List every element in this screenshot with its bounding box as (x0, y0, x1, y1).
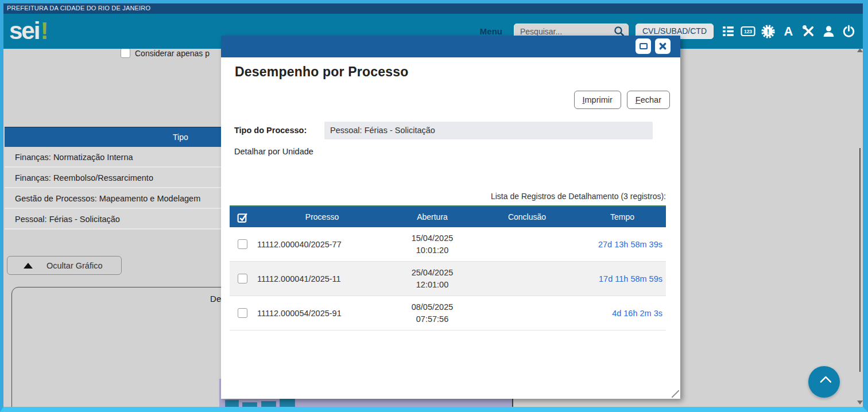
tools-icon[interactable] (801, 24, 816, 39)
row-checkbox[interactable] (238, 274, 247, 283)
list-icon[interactable] (720, 24, 735, 39)
header-icon-bar: 123 ! A (720, 24, 856, 39)
record-row: 11112.000040/2025-77 15/04/202510:01:20 … (230, 227, 666, 262)
app-window: PREFEITURA DA CIDADE DO RIO DE JANEIRO s… (0, 0, 868, 412)
vertical-scrollbar[interactable] (859, 148, 861, 372)
col-header-conclusao[interactable]: Conclusão (475, 212, 579, 221)
desempenho-modal: Desempenho por Processo Imprimir Fechar … (221, 36, 680, 399)
modal-action-buttons: Imprimir Fechar (574, 91, 671, 109)
scroll-to-top-button[interactable] (808, 366, 840, 398)
tempo-cell[interactable]: 27d 13h 58m 39s (579, 240, 666, 249)
sei-logo[interactable]: sei! (9, 17, 47, 45)
scrollbar-up-arrow[interactable] (857, 48, 863, 52)
row-checkbox-cell (230, 274, 255, 283)
bg-type-column-header: Tipo (173, 127, 188, 147)
modal-title: Desempenho por Processo (235, 64, 408, 80)
bg-chart-bar (242, 402, 257, 407)
numbers-123-icon[interactable]: 123 (741, 24, 755, 39)
abertura-cell: 25/04/202512:01:00 (389, 267, 475, 291)
svg-text:!: ! (767, 27, 770, 36)
bg-chart-bar (261, 401, 276, 407)
detalhar-por-unidade-link[interactable]: Detalhar por Unidade (234, 147, 313, 156)
badge-alert-icon[interactable]: ! (761, 24, 776, 39)
tempo-cell[interactable]: 17d 11h 58m 59s (579, 274, 666, 283)
tempo-cell[interactable]: 4d 16h 2m 3s (579, 309, 666, 318)
sei-logo-bang: ! (40, 17, 47, 44)
row-checkbox-cell (230, 308, 255, 318)
abertura-cell: 15/04/202510:01:20 (389, 232, 475, 256)
select-all-icon (237, 211, 249, 223)
row-checkbox-cell (230, 239, 255, 249)
select-all-checkbox[interactable] (230, 211, 255, 223)
toggle-chart-label: Ocultar Gráfico (46, 261, 103, 270)
processo-cell[interactable]: 11112.000040/2025-77 (255, 240, 389, 249)
user-icon[interactable] (821, 24, 836, 39)
col-header-processo[interactable]: Processo (255, 212, 389, 221)
records-list-caption: Lista de Registros de Detalhamento (3 re… (491, 192, 666, 201)
row-checkbox[interactable] (238, 308, 247, 318)
font-size-icon[interactable]: A (781, 24, 796, 39)
record-row: 11112.000054/2025-91 08/05/202507:57:56 … (230, 296, 666, 331)
modal-titlebar[interactable] (221, 36, 680, 57)
bg-filter-row: Considerar apenas p (121, 48, 210, 58)
scrollbar-down-arrow[interactable] (857, 401, 863, 405)
bg-filter-label: Considerar apenas p (135, 49, 210, 58)
abertura-cell: 08/05/202507:57:56 (389, 301, 475, 325)
tipo-processo-value: Pessoal: Férias - Solicitação (324, 122, 653, 139)
modal-window-buttons (636, 38, 671, 54)
tipo-processo-label: Tipo do Processo: (234, 122, 307, 139)
processo-cell[interactable]: 11112.000041/2025-11 (255, 274, 389, 283)
svg-text:123: 123 (744, 29, 752, 34)
gov-banner-text: PREFEITURA DA CIDADE DO RIO DE JANEIRO (7, 5, 150, 11)
fechar-button[interactable]: Fechar (627, 91, 670, 109)
record-row: 11112.000041/2025-11 25/04/202512:01:00 … (230, 262, 666, 296)
restore-button[interactable] (636, 38, 651, 54)
col-header-abertura[interactable]: Abertura (389, 212, 475, 221)
records-table-body: 11112.000040/2025-77 15/04/202510:01:20 … (230, 227, 666, 331)
processo-cell[interactable]: 11112.000054/2025-91 (255, 309, 389, 318)
records-table-header: Processo Abertura Conclusão Tempo (230, 205, 666, 227)
chevron-up-icon (820, 376, 832, 388)
bg-filter-checkbox[interactable] (121, 48, 130, 58)
sei-logo-text: sei (9, 17, 39, 44)
col-header-tempo[interactable]: Tempo (579, 212, 666, 221)
collapse-triangle-icon (24, 263, 33, 269)
toggle-chart-button[interactable]: Ocultar Gráfico (7, 256, 122, 275)
close-button[interactable] (655, 38, 671, 54)
modal-resize-grip[interactable] (672, 390, 679, 398)
close-icon (658, 41, 668, 51)
svg-text:A: A (784, 24, 793, 38)
restore-icon (640, 43, 648, 49)
bg-chart-bar (225, 400, 239, 407)
menu-button[interactable]: Menu (480, 26, 502, 36)
gov-banner: PREFEITURA DA CIDADE DO RIO DE JANEIRO (3, 3, 863, 14)
power-icon[interactable] (841, 24, 856, 39)
records-table: Processo Abertura Conclusão Tempo 11112.… (230, 205, 666, 331)
imprimir-button[interactable]: Imprimir (574, 91, 621, 109)
row-checkbox[interactable] (238, 239, 247, 249)
